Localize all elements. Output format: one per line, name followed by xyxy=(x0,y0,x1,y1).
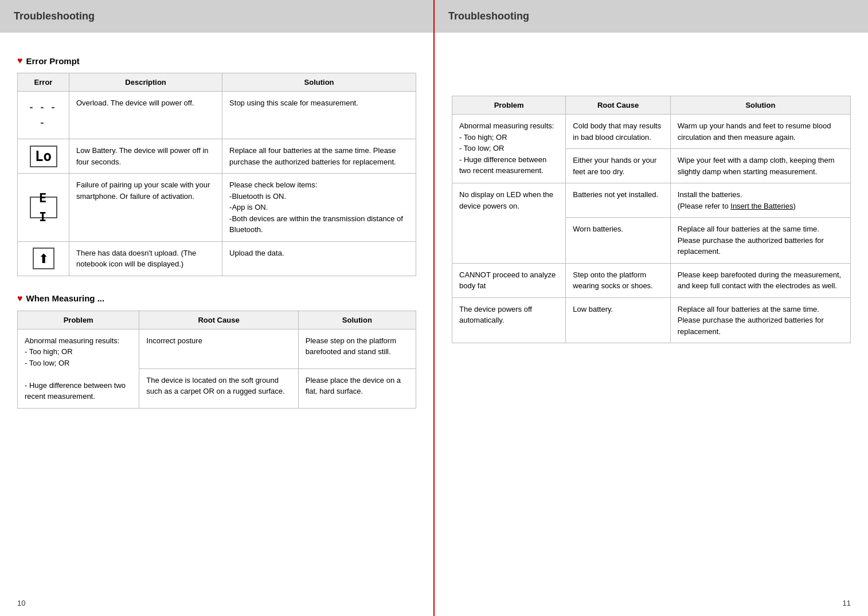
dashes-icon: - - - - xyxy=(25,100,62,131)
page-number-left: 10 xyxy=(17,599,25,607)
problem-cell-r: No display on LED when the device powers… xyxy=(452,183,566,264)
table-row: Abnormal measuring results: - Too high; … xyxy=(18,329,416,368)
problem-cell-r: Abnormal measuring results:- Too high; O… xyxy=(452,115,566,183)
table-row: Abnormal measuring results:- Too high; O… xyxy=(452,115,851,149)
left-content: ♥ Error Prompt Error Description Solutio… xyxy=(0,50,433,443)
lo-icon: Lo xyxy=(30,146,57,167)
right-table: Problem Root Cause Solution Abnormal mea… xyxy=(452,96,851,343)
heart-icon: ♥ xyxy=(17,56,23,66)
rootcause-cell-r: Cold body that may results in bad blood … xyxy=(566,115,670,149)
solution-cell-r: Replace all four batteries at the same t… xyxy=(670,218,850,264)
description-cell: There has data doesn't upload. (The note… xyxy=(69,241,222,276)
rootcause-cell-r: Either your hands or your feet are too d… xyxy=(566,149,670,183)
table-row: Lo Low Battery. The device will power of… xyxy=(18,139,416,174)
problem-col-header: Problem xyxy=(18,311,139,329)
error-prompt-title: ♥ Error Prompt xyxy=(17,56,416,66)
description-cell: Low Battery. The device will power off i… xyxy=(69,139,222,174)
rootcause-cell: Incorrect posture xyxy=(139,329,298,368)
rootcause-cell-r: Low battery. xyxy=(566,297,670,343)
left-header: Troubleshooting xyxy=(0,0,433,33)
solution-cell-r: Replace all four batteries at the same t… xyxy=(670,297,850,343)
rootcause-col-header: Root Cause xyxy=(139,311,298,329)
rootcause-col-header-r: Root Cause xyxy=(566,96,670,115)
description-col-header: Description xyxy=(69,73,222,92)
table-row: No display on LED when the device powers… xyxy=(452,183,851,218)
rootcause-cell-r: Step onto the platform wearing socks or … xyxy=(566,263,670,297)
solution-cell-r: Please keep barefooted during the measur… xyxy=(670,263,850,297)
solution-cell-r: Install the batteries.(Please refer to I… xyxy=(670,183,850,218)
table-row: ⬆ There has data doesn't upload. (The no… xyxy=(18,241,416,276)
measuring-table: Problem Root Cause Solution Abnormal mea… xyxy=(17,311,416,409)
upload-icon: ⬆ xyxy=(33,248,54,269)
problem-col-header-r: Problem xyxy=(452,96,566,115)
description-cell: Overload. The device will power off. xyxy=(69,92,222,139)
table-row: The device powers off automatically. Low… xyxy=(452,297,851,343)
table-row: - - - - Overload. The device will power … xyxy=(18,92,416,139)
when-measuring-title: ♥ When Measuring ... xyxy=(17,293,416,304)
right-page: Troubleshooting Problem Root Cause Solut… xyxy=(435,0,868,616)
right-content: Problem Root Cause Solution Abnormal mea… xyxy=(435,50,868,378)
solution-cell-r: Warm up your hands and feet to resume bl… xyxy=(670,115,850,149)
table-row: CANNOT proceed to analyze body fat Step … xyxy=(452,263,851,297)
problem-cell: Abnormal measuring results: - Too high; … xyxy=(18,329,139,408)
left-page: Troubleshooting ♥ Error Prompt Error Des… xyxy=(0,0,435,616)
solution-col-header2: Solution xyxy=(298,311,416,329)
ei-icon: E I xyxy=(30,197,57,218)
rootcause-cell-r: Worn batteries. xyxy=(566,218,670,264)
solution-col-header: Solution xyxy=(222,73,416,92)
rootcause-cell: The device is located on the soft ground… xyxy=(139,368,298,408)
table-row: E I Failure of pairing up your scale wit… xyxy=(18,174,416,242)
problem-cell-r: The device powers off automatically. xyxy=(452,297,566,343)
solution-cell: Please place the device on a flat, hard … xyxy=(298,368,416,408)
problem-cell-r: CANNOT proceed to analyze body fat xyxy=(452,263,566,297)
solution-cell-r: Wipe your feet with a damp cloth, keepin… xyxy=(670,149,850,183)
rootcause-cell-r: Batteries not yet installed. xyxy=(566,183,670,218)
right-title: Troubleshooting xyxy=(448,10,529,22)
error-table: Error Description Solution - - - - Overl… xyxy=(17,73,416,276)
error-col-header: Error xyxy=(18,73,69,92)
right-header: Troubleshooting xyxy=(435,0,868,33)
solution-cell: Please check below items: -Bluetooth is … xyxy=(222,174,416,242)
solution-cell: Upload the data. xyxy=(222,241,416,276)
heart-icon-2: ♥ xyxy=(17,293,23,304)
page-number-right: 11 xyxy=(843,599,851,607)
description-cell: Failure of pairing up your scale with yo… xyxy=(69,174,222,242)
left-title: Troubleshooting xyxy=(14,10,95,22)
solution-col-header-r: Solution xyxy=(670,96,850,115)
solution-cell: Stop using this scale for measurement. xyxy=(222,92,416,139)
solution-cell: Please step on the platform barefooted a… xyxy=(298,329,416,368)
solution-cell: Replace all four batteries at the same t… xyxy=(222,139,416,174)
